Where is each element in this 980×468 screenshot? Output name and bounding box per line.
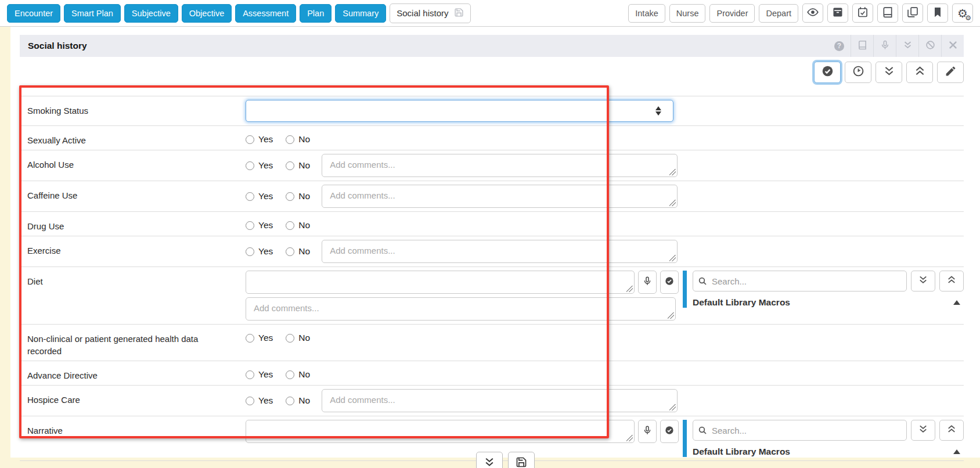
calendar-button[interactable] bbox=[852, 3, 873, 23]
triangle-up-icon bbox=[953, 300, 960, 305]
row-drug-use: Drug Use Yes No bbox=[20, 211, 964, 236]
check-circle-icon bbox=[665, 276, 674, 288]
nav-plan-button[interactable]: Plan bbox=[300, 4, 332, 23]
section-collapse-button[interactable] bbox=[896, 35, 918, 57]
macro-group-header[interactable]: Default Library Macros bbox=[693, 447, 964, 457]
stage-intake-button[interactable]: Intake bbox=[628, 4, 665, 23]
alcohol-use-yes-radio[interactable]: Yes bbox=[246, 160, 273, 171]
check-circle-icon bbox=[822, 65, 834, 80]
book-button[interactable] bbox=[877, 3, 898, 23]
help-button[interactable]: ? bbox=[828, 35, 851, 57]
sexually-active-yes-radio[interactable]: Yes bbox=[246, 134, 273, 145]
nav-subjective-button[interactable]: Subjective bbox=[124, 4, 178, 23]
diet-confirm-button[interactable] bbox=[660, 271, 679, 294]
row-hospice-care: Hospice Care Yes No bbox=[20, 385, 964, 416]
non-clinical-no-radio[interactable]: No bbox=[286, 333, 310, 343]
select-stepper-icon bbox=[655, 106, 661, 116]
settings-button[interactable]: ⚙⚙ bbox=[952, 3, 973, 23]
nav-smart-plan-button[interactable]: Smart Plan bbox=[64, 4, 121, 23]
stage-provider-button[interactable]: Provider bbox=[709, 4, 755, 23]
edit-button[interactable] bbox=[937, 62, 964, 83]
radio-label: Yes bbox=[258, 134, 273, 145]
nav-assessment-button[interactable]: Assessment bbox=[235, 4, 296, 23]
macro-expand-button[interactable] bbox=[911, 271, 935, 291]
block-icon bbox=[925, 40, 935, 52]
expand-all-button[interactable] bbox=[875, 62, 902, 83]
chevron-double-down-icon bbox=[903, 40, 913, 52]
radio-icon bbox=[246, 370, 254, 379]
radio-icon bbox=[286, 221, 294, 230]
nav-summary-button[interactable]: Summary bbox=[335, 4, 386, 23]
history-button[interactable] bbox=[845, 62, 871, 83]
stage-depart-button[interactable]: Depart bbox=[759, 4, 798, 23]
non-clinical-yes-radio[interactable]: Yes bbox=[246, 333, 273, 343]
drug-use-yes-radio[interactable]: Yes bbox=[246, 220, 273, 231]
collapse-all-button[interactable] bbox=[906, 62, 933, 83]
section-header: Social history ? bbox=[20, 35, 964, 57]
narrative-mic-button[interactable] bbox=[638, 420, 657, 443]
diet-textarea[interactable] bbox=[246, 271, 635, 294]
hospice-care-no-radio[interactable]: No bbox=[286, 395, 310, 406]
field-label: Exercise bbox=[20, 240, 246, 257]
nav-objective-button[interactable]: Objective bbox=[182, 4, 232, 23]
section-close-button[interactable] bbox=[941, 35, 964, 57]
macro-collapse-button[interactable] bbox=[939, 420, 964, 441]
row-non-clinical-data: Non-clinical or patient generated health… bbox=[20, 324, 964, 361]
chevron-double-down-icon bbox=[918, 424, 928, 437]
advance-directive-no-radio[interactable]: No bbox=[286, 369, 310, 380]
radio-icon bbox=[246, 221, 254, 230]
macro-group-title: Default Library Macros bbox=[693, 447, 790, 457]
radio-label: No bbox=[298, 395, 310, 406]
narrative-macro-search-input[interactable] bbox=[693, 420, 907, 441]
section-disable-button[interactable] bbox=[918, 35, 941, 57]
caffeine-use-comments-textarea[interactable] bbox=[322, 185, 678, 208]
alcohol-use-comments-textarea[interactable] bbox=[322, 154, 678, 177]
bookmark-icon bbox=[932, 6, 943, 20]
field-label: Smoking Status bbox=[20, 100, 246, 117]
archive-button[interactable] bbox=[827, 3, 848, 23]
stage-nurse-button[interactable]: Nurse bbox=[669, 4, 706, 23]
exercise-comments-textarea[interactable] bbox=[322, 240, 678, 263]
section-mic-button[interactable] bbox=[873, 35, 896, 57]
exercise-yes-radio[interactable]: Yes bbox=[246, 246, 273, 257]
drug-use-no-radio[interactable]: No bbox=[286, 220, 310, 231]
diet-comments-textarea[interactable] bbox=[246, 297, 676, 321]
mark-complete-button[interactable] bbox=[814, 62, 841, 83]
field-label: Caffeine Use bbox=[20, 185, 246, 201]
copy-button[interactable] bbox=[902, 3, 923, 23]
row-advance-directive: Advance Directive Yes No bbox=[20, 361, 964, 385]
pencil-icon bbox=[945, 65, 957, 80]
sexually-active-no-radio[interactable]: No bbox=[286, 134, 310, 145]
tab-social-history[interactable]: Social history bbox=[390, 3, 471, 23]
diet-macro-search-input[interactable] bbox=[693, 271, 907, 291]
alcohol-use-no-radio[interactable]: No bbox=[286, 160, 310, 171]
topbar-right-group: Intake Nurse Provider Depart bbox=[628, 3, 973, 23]
narrative-textarea[interactable] bbox=[246, 420, 635, 443]
macro-expand-button[interactable] bbox=[911, 420, 935, 441]
macro-group-header[interactable]: Default Library Macros bbox=[693, 297, 964, 308]
narrative-confirm-button[interactable] bbox=[660, 420, 679, 443]
row-exercise: Exercise Yes No bbox=[20, 236, 964, 267]
hospice-care-comments-textarea[interactable] bbox=[322, 389, 678, 412]
advance-directive-yes-radio[interactable]: Yes bbox=[246, 369, 273, 380]
macro-collapse-button[interactable] bbox=[939, 271, 964, 291]
bookmark-button[interactable] bbox=[927, 3, 948, 23]
save-button[interactable] bbox=[508, 452, 535, 468]
nav-encounter-button[interactable]: Encounter bbox=[7, 4, 60, 23]
section-book-button[interactable] bbox=[851, 35, 873, 57]
row-sexually-active: Sexually Active Yes No bbox=[20, 125, 964, 150]
archive-box-icon bbox=[832, 6, 844, 20]
search-icon bbox=[698, 426, 707, 435]
field-label: Alcohol Use bbox=[20, 154, 246, 171]
exercise-no-radio[interactable]: No bbox=[286, 246, 310, 257]
scroll-down-button[interactable] bbox=[476, 452, 503, 468]
caffeine-use-no-radio[interactable]: No bbox=[286, 191, 310, 201]
smoking-status-select[interactable] bbox=[246, 100, 673, 122]
copy-pages-icon bbox=[907, 6, 918, 20]
book-icon bbox=[858, 40, 867, 52]
eye-button[interactable] bbox=[802, 3, 823, 23]
hospice-care-yes-radio[interactable]: Yes bbox=[246, 395, 273, 406]
radio-icon bbox=[286, 370, 294, 379]
caffeine-use-yes-radio[interactable]: Yes bbox=[246, 191, 273, 201]
diet-mic-button[interactable] bbox=[638, 271, 657, 294]
